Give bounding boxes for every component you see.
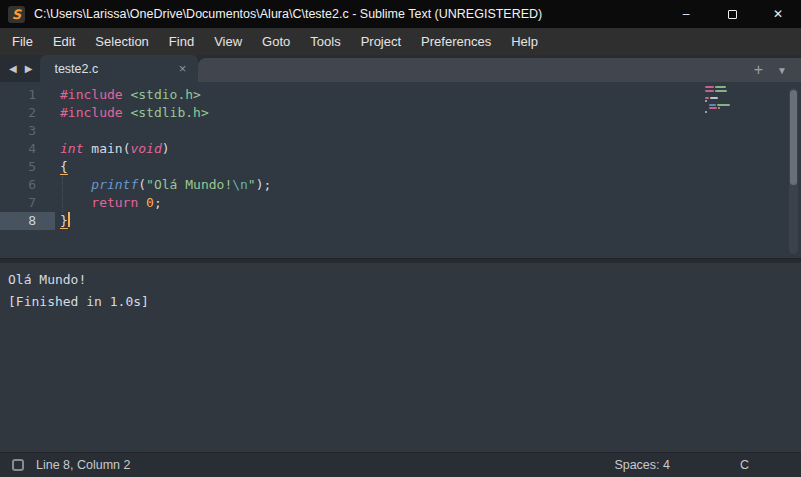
code-line[interactable]: 7 return 0; bbox=[0, 194, 801, 212]
code-token: ); bbox=[256, 177, 272, 192]
minimap-mark bbox=[709, 107, 717, 109]
code-token: int bbox=[60, 141, 83, 156]
code-token bbox=[60, 195, 91, 210]
title-bar: S C:\Users\Larissa\OneDrive\Documentos\A… bbox=[0, 0, 801, 28]
minimap-row bbox=[705, 107, 743, 109]
menu-item-project[interactable]: Project bbox=[351, 30, 411, 53]
code-line[interactable]: 4int main(void) bbox=[0, 140, 801, 158]
tab-bar: ◀ ▶ teste2.c × + ▼ bbox=[0, 55, 801, 82]
status-bar: Line 8, Column 2 Spaces: 4 C bbox=[0, 452, 801, 477]
tab-close-icon[interactable]: × bbox=[177, 61, 189, 76]
line-number: 8 bbox=[0, 212, 55, 230]
menu-item-edit[interactable]: Edit bbox=[43, 30, 85, 53]
code-token: " bbox=[248, 177, 256, 192]
minimap[interactable] bbox=[705, 86, 743, 114]
back-icon[interactable]: ◀ bbox=[7, 61, 19, 76]
minimize-button[interactable]: – bbox=[663, 0, 709, 28]
minimap-mark bbox=[705, 111, 707, 113]
tab-teste2c[interactable]: teste2.c × bbox=[40, 55, 198, 82]
code-token: return bbox=[91, 195, 138, 210]
code-token: } bbox=[60, 213, 68, 229]
tab-label: teste2.c bbox=[54, 62, 176, 76]
line-code: int main(void) bbox=[55, 140, 170, 158]
menu-item-find[interactable]: Find bbox=[159, 30, 204, 53]
indent-setting[interactable]: Spaces: 4 bbox=[614, 458, 670, 472]
line-code bbox=[55, 122, 60, 140]
close-button[interactable]: ✕ bbox=[755, 0, 801, 28]
menu-item-view[interactable]: View bbox=[204, 30, 252, 53]
code-token bbox=[60, 177, 91, 192]
text-caret bbox=[68, 212, 70, 227]
minimap-row bbox=[705, 100, 743, 102]
minimap-row bbox=[705, 111, 743, 113]
code-token: <stdlib.h> bbox=[130, 105, 208, 120]
minimap-row bbox=[705, 93, 743, 95]
syntax-mode[interactable]: C bbox=[740, 458, 749, 472]
scrollbar-thumb[interactable] bbox=[790, 90, 797, 185]
minimap-row bbox=[705, 86, 743, 88]
line-number: 5 bbox=[0, 158, 55, 176]
code-token: "Olá Mundo! bbox=[146, 177, 232, 192]
tab-nav-arrows: ◀ ▶ bbox=[0, 55, 40, 82]
output-line: [Finished in 1.0s] bbox=[8, 291, 801, 313]
build-output-panel[interactable]: Olá Mundo![Finished in 1.0s] bbox=[0, 263, 801, 452]
line-code: return 0; bbox=[55, 194, 162, 212]
window-title: C:\Users\Larissa\OneDrive\Documentos\Alu… bbox=[34, 7, 663, 21]
status-square-icon[interactable] bbox=[12, 459, 24, 471]
minimap-mark bbox=[705, 90, 714, 92]
code-line[interactable]: 3 bbox=[0, 122, 801, 140]
tab-bar-fill: + ▼ bbox=[198, 58, 801, 82]
line-code: printf("Olá Mundo!\n"); bbox=[55, 176, 271, 194]
maximize-button[interactable] bbox=[709, 0, 755, 28]
window-controls: – ✕ bbox=[663, 0, 801, 28]
menu-item-goto[interactable]: Goto bbox=[252, 30, 300, 53]
minimap-mark bbox=[718, 107, 720, 109]
scrollbar-track[interactable] bbox=[789, 88, 798, 254]
menu-item-selection[interactable]: Selection bbox=[85, 30, 158, 53]
menu-bar: FileEditSelectionFindViewGotoToolsProjec… bbox=[0, 28, 801, 55]
code-line[interactable]: 5{ bbox=[0, 158, 801, 176]
code-token: void bbox=[130, 141, 161, 156]
code-token: ) bbox=[162, 141, 170, 156]
line-code: } bbox=[55, 212, 70, 230]
line-number: 2 bbox=[0, 104, 55, 122]
code-line[interactable]: 8} bbox=[0, 212, 801, 230]
menu-item-tools[interactable]: Tools bbox=[300, 30, 350, 53]
menu-item-help[interactable]: Help bbox=[501, 30, 548, 53]
code-line[interactable]: 6 printf("Olá Mundo!\n"); bbox=[0, 176, 801, 194]
line-number: 7 bbox=[0, 194, 55, 212]
forward-icon[interactable]: ▶ bbox=[23, 61, 35, 76]
minimap-mark bbox=[715, 90, 727, 92]
minimap-row bbox=[705, 90, 743, 92]
minimap-mark bbox=[709, 104, 716, 106]
code-token: #include bbox=[60, 105, 130, 120]
line-number: 3 bbox=[0, 122, 55, 140]
line-number: 4 bbox=[0, 140, 55, 158]
line-code: #include <stdlib.h> bbox=[55, 104, 209, 122]
new-tab-button[interactable]: + bbox=[754, 62, 763, 78]
editor-pane[interactable]: 1#include <stdio.h>2#include <stdlib.h>3… bbox=[0, 82, 801, 258]
code-token: \n bbox=[232, 177, 248, 192]
minimap-mark bbox=[717, 104, 730, 106]
minimap-row bbox=[705, 104, 743, 106]
cursor-position: Line 8, Column 2 bbox=[36, 458, 614, 472]
tab-overflow-icon[interactable]: ▼ bbox=[777, 65, 787, 76]
code-token: #include bbox=[60, 87, 130, 102]
code-line[interactable]: 2#include <stdlib.h> bbox=[0, 104, 801, 122]
code-lines: 1#include <stdio.h>2#include <stdlib.h>3… bbox=[0, 82, 801, 230]
indent-guide bbox=[62, 176, 63, 212]
minimap-mark bbox=[705, 100, 707, 102]
output-line: Olá Mundo! bbox=[8, 269, 801, 291]
menu-item-preferences[interactable]: Preferences bbox=[411, 30, 501, 53]
line-number: 6 bbox=[0, 176, 55, 194]
menu-item-file[interactable]: File bbox=[2, 30, 43, 53]
minimap-mark bbox=[710, 97, 718, 99]
line-code: { bbox=[55, 158, 68, 176]
code-token: printf bbox=[91, 177, 138, 192]
line-code: #include <stdio.h> bbox=[55, 86, 201, 104]
code-token: 0 bbox=[146, 195, 154, 210]
maximize-icon bbox=[728, 10, 737, 19]
code-token: main bbox=[91, 141, 122, 156]
minimize-icon: – bbox=[683, 7, 690, 21]
code-line[interactable]: 1#include <stdio.h> bbox=[0, 86, 801, 104]
